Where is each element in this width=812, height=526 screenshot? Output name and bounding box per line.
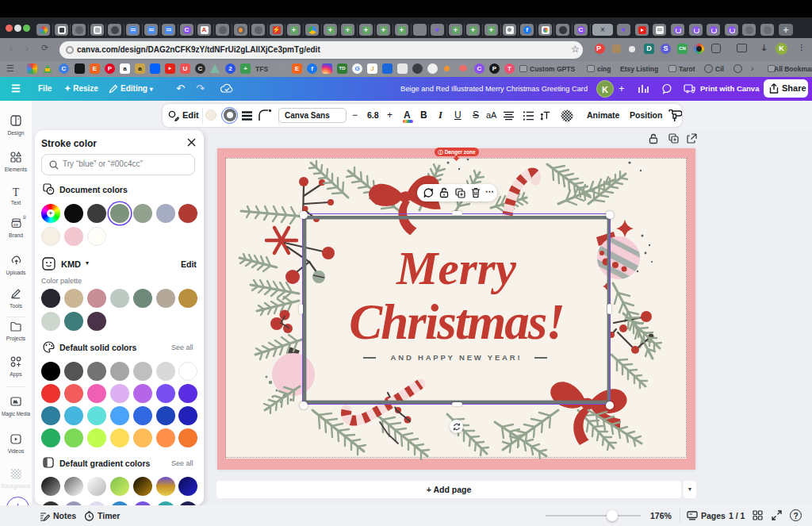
svg-text:co: co <box>13 222 18 227</box>
